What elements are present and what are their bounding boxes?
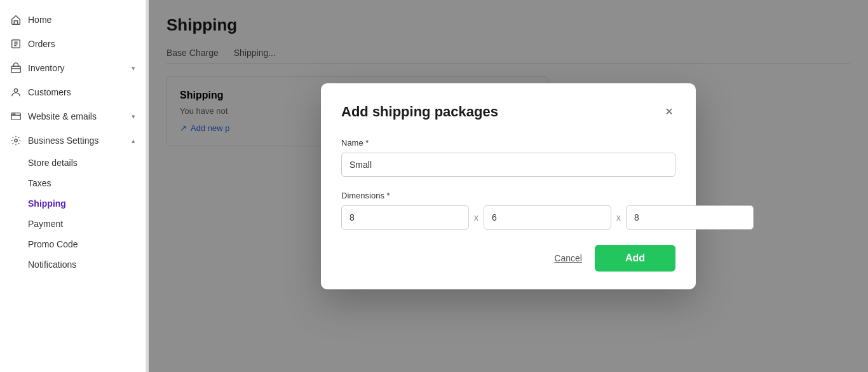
sidebar-item-customers-label: Customers	[28, 87, 71, 97]
svg-point-2	[14, 89, 17, 92]
website-icon	[10, 111, 22, 122]
sidebar-subitem-taxes[interactable]: Taxes	[0, 173, 146, 193]
sidebar-item-business-settings[interactable]: Business Settings ▴	[0, 128, 146, 153]
svg-point-6	[15, 139, 18, 142]
sidebar-item-home-label: Home	[28, 15, 51, 25]
dim-sep-2: x	[616, 212, 621, 223]
sidebar-subitem-notifications[interactable]: Notifications	[0, 254, 146, 275]
modal-header: Add shipping packages ×	[341, 104, 675, 120]
chevron-up-icon: ▴	[132, 137, 135, 145]
name-input[interactable]	[341, 153, 675, 177]
add-button[interactable]: Add	[595, 245, 675, 272]
svg-rect-1	[11, 66, 20, 72]
sidebar-item-website-emails-label: Website & emails	[28, 111, 97, 121]
chevron-down-icon: ▾	[132, 64, 135, 72]
cancel-button[interactable]: Cancel	[541, 247, 595, 270]
home-icon	[10, 14, 22, 25]
sidebar-subitem-store-details[interactable]: Store details	[0, 153, 146, 173]
dimension-2-input[interactable]	[484, 205, 611, 230]
sidebar-item-inventory-label: Inventory	[28, 63, 65, 73]
svg-point-4	[13, 114, 13, 114]
sidebar-subitem-payment[interactable]: Payment	[0, 214, 146, 234]
inventory-icon	[10, 62, 22, 74]
sidebar-item-customers[interactable]: Customers	[0, 80, 146, 104]
dimension-3-input[interactable]	[626, 205, 754, 230]
sidebar-item-business-settings-label: Business Settings	[28, 135, 98, 146]
name-form-group: Name *	[341, 138, 675, 177]
modal-add-shipping-package: Add shipping packages × Name * Dimension…	[321, 83, 696, 289]
customers-icon	[10, 86, 22, 98]
chevron-down-icon-2: ▾	[132, 113, 135, 121]
sidebar-item-inventory[interactable]: Inventory ▾	[0, 56, 146, 80]
main-content: Shipping Base Charge Shipping... Shippin…	[149, 0, 868, 372]
dimensions-form-group: Dimensions * x x	[341, 191, 675, 230]
sidebar-subitem-shipping[interactable]: Shipping	[0, 193, 146, 214]
orders-icon	[10, 38, 22, 50]
sidebar-item-orders-label: Orders	[28, 39, 55, 49]
sidebar-item-orders[interactable]: Orders	[0, 32, 146, 56]
modal-overlay: Add shipping packages × Name * Dimension…	[149, 0, 868, 372]
sidebar-subitem-promo-code[interactable]: Promo Code	[0, 234, 146, 254]
dim-sep-1: x	[474, 212, 478, 223]
sidebar: Home Orders Inventory ▾ Cust	[0, 0, 146, 372]
settings-icon	[10, 135, 22, 146]
modal-close-button[interactable]: ×	[663, 104, 675, 119]
dimension-1-input[interactable]	[341, 205, 469, 230]
dimensions-label: Dimensions *	[341, 191, 675, 200]
name-label: Name *	[341, 138, 675, 148]
dimensions-row: x x	[341, 205, 675, 230]
sidebar-item-home[interactable]: Home	[0, 8, 146, 32]
modal-footer: Cancel Add	[341, 245, 675, 272]
sidebar-item-website-emails[interactable]: Website & emails ▾	[0, 104, 146, 128]
modal-title: Add shipping packages	[341, 104, 498, 120]
svg-point-5	[15, 114, 15, 114]
